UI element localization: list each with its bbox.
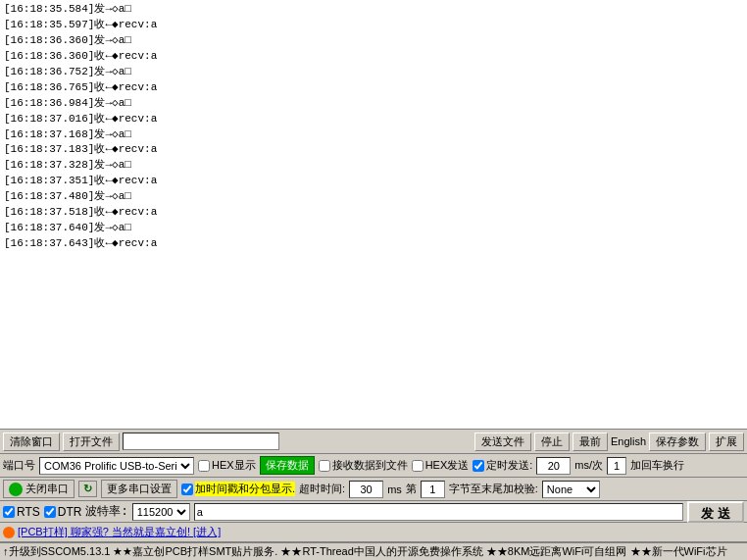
baud-rate-label: 波特率: [85,503,127,520]
port-select[interactable]: COM36 Prolific USB-to-Seri [39,457,194,475]
send-text-input[interactable] [194,503,684,521]
terminal-line: [16:18:36.360]发→◇a□ [4,33,743,49]
terminal-line: [16:18:37.168]发→◇a□ [4,127,743,143]
terminal-line: [16:18:36.984]发→◇a□ [4,96,743,112]
recv-file-group: 接收数据到文件 [319,458,408,473]
status-bar: ↑升级到SSCOM5.13.1 ★★嘉立创PCB打样SMT贴片服务. ★★RT-… [0,542,747,560]
page-input[interactable] [421,481,445,498]
terminal-line: [16:18:36.360]收←◆recv:a [4,49,743,65]
terminal-line: [16:18:37.351]收←◆recv:a [4,174,743,189]
toolbar-row-1: 清除窗口 打开文件 发送文件 停止 最前 English 保存参数 扩展 [0,429,747,454]
send-area-button[interactable]: 最前 [573,433,608,451]
more-ports-button[interactable]: 更多串口设置 [101,480,177,498]
bytes-label: 字节至末尾加校验: [449,482,538,496]
rts-group: RTS [3,505,40,519]
timeout-label: 超时时间: [299,482,345,496]
status-items: ↑升级到SSCOM5.13.1 ★★嘉立创PCB打样SMT贴片服务. ★★RT-… [3,544,727,559]
timestamp-checkbox[interactable] [181,484,193,495]
ad-row: [PCB打样] 聊家强? 当然就是嘉立创! [进入] [0,523,747,542]
timed-send-group: 定时发送: [473,458,532,473]
add-cr-label: 加回车换行 [630,458,684,473]
timestamp-label: 加时间戳和分包显示. [195,482,295,496]
terminal-line: [16:18:37.518]收←◆recv:a [4,205,743,221]
toolbar-row-3: 关闭串口 ↻ 更多串口设置 加时间戳和分包显示. 超时时间: ms 第 字节至末… [0,478,747,501]
ad-text1: [PCB打样] 聊家强? [18,526,109,537]
checksum-select[interactable]: None Sum CRC16 XOR [542,481,600,498]
dtr-group: DTR [44,505,82,519]
terminal-line: [16:18:37.643]收←◆recv:a [4,236,743,252]
toolbar1-input[interactable] [123,433,279,450]
timed-send-checkbox[interactable] [473,460,484,472]
rts-label: RTS [17,505,40,519]
send-button[interactable]: 发 送 [687,501,744,523]
stop-button[interactable]: 停止 [534,433,570,451]
hex-display-checkbox[interactable] [198,460,210,472]
ms2-label: ms [387,484,402,495]
refresh-button[interactable]: ↻ [78,481,97,497]
terminal-line: [16:18:35.584]发→◇a□ [4,2,743,18]
english-label: English [611,435,646,447]
interval-input[interactable] [536,457,571,475]
close-port-button[interactable]: 关闭串口 [3,480,75,498]
dtr-checkbox[interactable] [44,506,56,518]
rts-checkbox[interactable] [3,506,15,518]
port-label: 端口号 [3,458,35,473]
open-file-button[interactable]: 打开文件 [63,433,120,451]
baud-rate-select[interactable]: 115200 9600 19200 38400 57600 115200 230… [132,503,190,521]
hex-display-label: HEX显示 [212,458,256,473]
terminal-line: [16:18:36.765]收←◆recv:a [4,80,743,96]
timeout-input[interactable] [349,481,383,498]
hex-send-checkbox[interactable] [412,460,423,472]
terminal-line: [16:18:37.183]收←◆recv:a [4,142,743,158]
send-row: RTS DTR 波特率: 115200 9600 19200 38400 576… [0,501,747,523]
save-params-button[interactable]: 保存参数 [649,433,706,451]
recv-file-checkbox[interactable] [319,460,330,472]
terminal-line: [16:18:37.016]收←◆recv:a [4,112,743,127]
terminal-line: [16:18:37.480]发→◇a□ [4,189,743,205]
recv-file-label: 接收数据到文件 [332,458,408,473]
terminal-line: [16:18:37.640]发→◇a□ [4,221,743,236]
toolbar1-right: 发送文件 停止 最前 English 保存参数 扩展 [474,433,744,451]
expand-button[interactable]: 扩展 [709,433,744,451]
terminal-line: [16:18:37.328]发→◇a□ [4,158,743,174]
ad-text2: 当然就是嘉立创! [进入] [112,526,221,537]
terminal-display: [16:18:35.584]发→◇a□[16:18:35.597]收←◆recv… [0,0,747,429]
ad-text[interactable]: [PCB打样] 聊家强? 当然就是嘉立创! [进入] [18,525,221,539]
times-input[interactable] [607,457,626,475]
terminal-line: [16:18:36.752]发→◇a□ [4,65,743,80]
terminal-line: [16:18:35.597]收←◆recv:a [4,18,743,33]
hex-send-group: HEX发送 [412,458,470,473]
close-port-label: 关闭串口 [25,482,69,496]
save-data-button[interactable]: 保存数据 [260,456,315,475]
ad-icon [3,527,15,538]
clear-window-button[interactable]: 清除窗口 [3,433,60,451]
page-label: 第 [406,482,417,496]
timestamp-group: 加时间戳和分包显示. [181,482,295,496]
dtr-label: DTR [58,505,82,519]
timed-send-label: 定时发送: [486,458,532,473]
send-file-button[interactable]: 发送文件 [474,433,531,451]
toolbar-row-2: 端口号 COM36 Prolific USB-to-Seri HEX显示 保存数… [0,454,747,478]
port-status-icon [9,483,23,496]
hex-display-group: HEX显示 [198,458,256,473]
terminal-lines: [16:18:35.584]发→◇a□[16:18:35.597]收←◆recv… [4,2,743,252]
hex-send-label: HEX发送 [425,458,470,473]
ms-label: ms/次 [574,458,603,473]
